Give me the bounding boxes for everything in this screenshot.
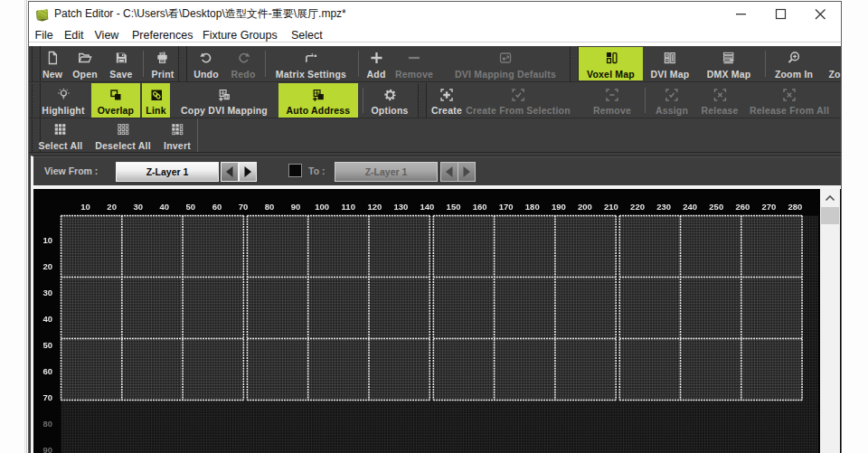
toolbar-separator <box>265 51 266 77</box>
ruler-y-label: 40 <box>42 314 52 324</box>
ruler-x-label: 90 <box>291 202 301 212</box>
arrow-right-icon <box>240 163 256 181</box>
release-icon <box>712 88 727 102</box>
minimize-icon <box>727 2 754 25</box>
release-icon-wrap <box>712 87 727 102</box>
open-button[interactable]: Open <box>72 46 98 81</box>
new-button[interactable]: New <box>42 46 62 81</box>
view-from-next-button[interactable] <box>239 162 257 182</box>
fixture-group[interactable] <box>619 216 802 401</box>
ruler-x-label: 170 <box>499 202 514 212</box>
voxel-map-button[interactable]: Voxel Map <box>579 47 643 80</box>
ruler-x-label: 50 <box>186 202 196 212</box>
menu-item-view[interactable]: View <box>95 25 119 44</box>
assign-label: Assign <box>656 105 688 116</box>
release-from-all-button: Release From All <box>750 83 829 118</box>
save-button[interactable]: Save <box>109 46 132 81</box>
ruler-y-label: 60 <box>42 366 52 376</box>
remove-button: Remove <box>395 46 433 81</box>
print-label: Print <box>152 69 175 80</box>
create-icon <box>439 88 454 102</box>
create-from-selection-button: Create From Selection <box>466 83 571 118</box>
select-all-button[interactable]: Select All <box>39 118 83 152</box>
menu-item-file[interactable]: File <box>35 25 53 44</box>
ruler-x-label: 30 <box>133 202 143 212</box>
ruler-x-label: 80 <box>265 202 275 212</box>
release-button: Release <box>701 83 738 118</box>
patch-grid[interactable]: 1020304050607080901001101201301401501601… <box>33 189 821 453</box>
toolbar-row-fixture: HighlightOverlapLinkCopy DVI MappingAuto… <box>29 83 841 118</box>
link-icon-wrap <box>149 87 164 102</box>
options-button[interactable]: Options <box>371 83 408 118</box>
dvi-mapping-defaults-icon-wrap <box>498 51 513 66</box>
close-button[interactable] <box>807 2 834 25</box>
zoom-out-button[interactable]: Zoom Out <box>828 46 842 81</box>
ruler-x-label: 120 <box>367 202 382 212</box>
minimize-button[interactable] <box>727 2 754 25</box>
ruler-x-label: 250 <box>709 202 723 212</box>
view-to-checkbox[interactable] <box>288 164 302 177</box>
select-all-icon-wrap <box>53 122 68 137</box>
menu-item-preferences[interactable]: Preferences <box>132 25 193 44</box>
ruler-x-label: 150 <box>447 202 461 212</box>
create-button[interactable]: Create <box>431 83 462 118</box>
add-button[interactable]: Add <box>366 46 385 81</box>
dvi-map-icon-wrap <box>663 51 677 66</box>
link-button[interactable]: Link <box>142 83 170 118</box>
fixture-group[interactable] <box>247 216 429 401</box>
toolbar-separator <box>363 88 363 113</box>
invert-button[interactable]: Invert <box>164 118 191 152</box>
menu-item-edit[interactable]: Edit <box>64 25 84 44</box>
view-from-dropdown[interactable]: Z-Layer 1 <box>116 162 219 182</box>
copy-dvi-mapping-button[interactable]: Copy DVI Mapping <box>181 83 268 118</box>
highlight-button[interactable]: Highlight <box>42 83 84 118</box>
dvi-map-button[interactable]: DVI Map <box>651 46 690 81</box>
undo-button[interactable]: Undo <box>193 46 219 81</box>
ruler-x-label: 230 <box>656 202 671 212</box>
menu-item-select[interactable]: Select <box>291 25 323 44</box>
undo-icon-wrap <box>199 51 213 66</box>
voxel-map-icon-wrap <box>604 51 618 66</box>
overlap-button[interactable]: Overlap <box>91 83 140 118</box>
scroll-up-button[interactable] <box>820 189 840 207</box>
save-icon-wrap <box>114 51 128 66</box>
auto-address-label: Auto Address <box>287 105 351 116</box>
ruler-x-label: 240 <box>683 202 697 212</box>
auto-address-icon <box>311 88 326 102</box>
release-from-all-icon-wrap <box>782 87 797 102</box>
vertical-scrollbar[interactable] <box>820 189 840 453</box>
ruler-y-label: 50 <box>42 340 52 350</box>
open-label: Open <box>72 69 98 80</box>
matrix-settings-icon <box>304 51 318 65</box>
print-button[interactable]: Print <box>152 46 175 81</box>
toolbar-handle <box>32 46 41 81</box>
auto-address-button[interactable]: Auto Address <box>278 83 358 118</box>
toolbar-separator <box>143 51 144 77</box>
ruler-x-label: 100 <box>315 202 329 212</box>
new-icon <box>45 51 60 65</box>
zoom-in-button[interactable]: Zoom In <box>775 46 813 81</box>
scrollbar-thumb[interactable] <box>821 207 839 224</box>
maximize-icon <box>767 2 794 25</box>
print-icon <box>156 51 170 65</box>
view-from-label: View From : <box>44 156 98 186</box>
maximize-button[interactable] <box>767 2 794 25</box>
assign-button: Assign <box>656 83 688 118</box>
save-icon <box>114 51 128 65</box>
dmx-map-button[interactable]: DMX Map <box>707 46 751 81</box>
arrow-left-icon <box>441 163 458 181</box>
arrow-right-icon <box>458 163 475 181</box>
deselect-all-button[interactable]: Deselect All <box>95 118 151 152</box>
remove-icon-wrap <box>407 51 421 66</box>
auto-address-icon-wrap <box>311 87 326 102</box>
patch-grid-panel[interactable]: 1020304050607080901001101201301401501601… <box>31 189 841 453</box>
deselect-all-icon-wrap <box>116 122 130 137</box>
fixture-group[interactable] <box>61 216 244 401</box>
toolbar-separator <box>197 118 198 152</box>
remove-group-icon <box>605 88 619 102</box>
menu-item-fixture-groups[interactable]: Fixture Groups <box>203 25 278 44</box>
fixture-group[interactable] <box>433 216 616 401</box>
matrix-settings-button[interactable]: Matrix Settings <box>276 46 346 81</box>
view-from-prev-button[interactable] <box>221 162 239 182</box>
open-icon-wrap <box>78 51 92 66</box>
